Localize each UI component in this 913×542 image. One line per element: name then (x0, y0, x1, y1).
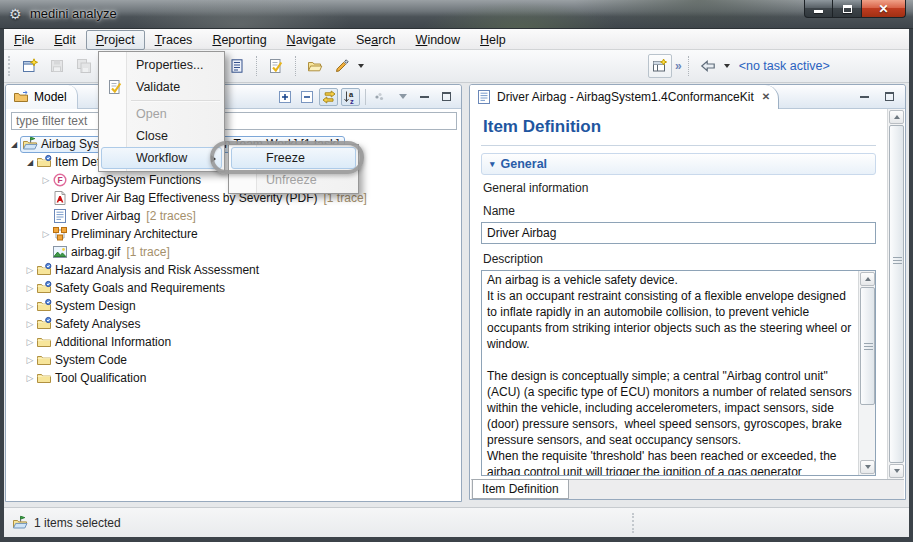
tree-item-hazard-analysis-and-risk-assessment[interactable]: ▷Hazard Analysis and Risk Assessment (6, 261, 461, 279)
menubar-item-reporting[interactable]: Reporting (202, 30, 276, 50)
menubar-item-traces[interactable]: Traces (145, 30, 203, 50)
menu-item-workflow[interactable]: Workflow (101, 147, 222, 169)
folder-decorated-icon (36, 316, 53, 332)
trace-count-badge: [1 trace] (126, 245, 169, 259)
menu-item-label: Validate (136, 80, 180, 94)
menu-item-open[interactable]: Open (101, 103, 222, 125)
toolbar-separator (295, 56, 296, 76)
titlebar: ⚙ medini analyze ✕ (0, 0, 913, 29)
tree-item-label: AirbagSystem Functions (69, 173, 203, 187)
tree-item-safety-goals-and-requirements[interactable]: ▷Safety Goals and Requirements (6, 279, 461, 297)
sort-alpha-icon[interactable]: az (341, 88, 360, 106)
view-menu-arrow-icon[interactable] (393, 88, 412, 106)
model-panel-header: Model az (6, 85, 461, 109)
scroll-up-icon[interactable] (860, 272, 875, 286)
tree-collapsed-arrow-icon[interactable]: ▷ (40, 175, 52, 185)
scrollbar-thumb[interactable] (860, 287, 875, 405)
menubar-item-window[interactable]: Window (406, 30, 470, 50)
link-with-editor-icon[interactable] (319, 88, 338, 106)
tree-item-airbag-gif[interactable]: airbag.gif[1 trace] (6, 243, 461, 261)
tree-collapsed-arrow-icon[interactable]: ▷ (40, 229, 52, 239)
save-all-icon-disabled[interactable] (72, 54, 96, 78)
menubar-item-edit[interactable]: Edit (44, 30, 86, 50)
tree-collapsed-arrow-icon[interactable]: ▷ (24, 265, 36, 275)
close-window-button[interactable]: ✕ (861, 0, 906, 18)
maximize-icon[interactable] (437, 88, 456, 106)
scrollbar-thumb[interactable] (889, 125, 904, 463)
svg-text:z: z (350, 96, 354, 105)
tree-collapsed-arrow-icon[interactable]: ▷ (24, 319, 36, 329)
menu-item-properties-[interactable]: Properties... (101, 54, 222, 76)
maximize-panel-button[interactable] (880, 88, 899, 106)
close-tab-icon[interactable]: ✕ (762, 91, 770, 102)
description-scrollbar[interactable] (858, 271, 875, 475)
scroll-up-icon[interactable] (889, 110, 904, 124)
app-window: ⚙ medini analyze ✕ FileEditProjectTraces… (0, 0, 913, 542)
tree-item-system-code[interactable]: ▷System Code (6, 351, 461, 369)
folder-icon (36, 370, 53, 386)
report-icon[interactable] (225, 54, 249, 78)
scroll-down-icon[interactable] (889, 464, 904, 478)
general-section-header[interactable]: ▾ General (481, 153, 876, 175)
tree-item-safety-analyses[interactable]: ▷Safety Analyses (6, 315, 461, 333)
editor-tab[interactable]: Driver Airbag - AirbagSystem1.4Conforman… (470, 85, 779, 109)
menubar-item-help[interactable]: Help (470, 30, 516, 50)
folder-icon (36, 352, 53, 368)
tree-collapsed-arrow-icon[interactable]: ▷ (24, 337, 36, 347)
project-icon (22, 136, 39, 152)
folder-decorated-icon (36, 262, 53, 278)
menubar-item-file[interactable]: File (4, 30, 44, 50)
validate-icon[interactable] (264, 54, 288, 78)
editor-scrollbar[interactable] (887, 109, 904, 479)
menu-item-validate[interactable]: Validate (101, 76, 222, 98)
active-task-label[interactable]: <no task active> (739, 59, 830, 73)
menubar-item-search[interactable]: Search (346, 30, 406, 50)
expand-all-icon[interactable] (275, 88, 294, 106)
back-arrow-icon[interactable] (696, 54, 720, 78)
tree-item-preliminary-architecture[interactable]: ▷Preliminary Architecture (6, 225, 461, 243)
tree-item-system-design[interactable]: ▷System Design (6, 297, 461, 315)
model-panel-toolbar: az (275, 88, 461, 106)
folder-icon (36, 334, 53, 350)
format-icon[interactable] (330, 54, 354, 78)
minimize-panel-button[interactable] (855, 88, 874, 106)
tree-item-label: Additional Information (53, 335, 173, 349)
name-input[interactable]: Driver Airbag (481, 222, 876, 244)
tree-collapsed-arrow-icon[interactable]: ▷ (24, 301, 36, 311)
dropdown-arrow-icon[interactable] (724, 64, 730, 68)
editor-page-tab-bar: Item Definition (471, 479, 904, 499)
collapse-all-icon[interactable] (297, 88, 316, 106)
tree-expanded-arrow-icon[interactable]: ◢ (24, 158, 36, 167)
dropdown-arrow-icon[interactable] (358, 64, 364, 68)
window-controls: ✕ (804, 0, 906, 18)
save-icon-disabled[interactable] (45, 54, 69, 78)
editor-tab-title: Driver Airbag - AirbagSystem1.4Conforman… (497, 90, 754, 104)
view-menu-dots-icon[interactable] (371, 88, 390, 106)
perspective-icon[interactable] (648, 54, 672, 78)
open-folder-icon[interactable] (303, 54, 327, 78)
tree-item-driver-airbag[interactable]: Driver Airbag[2 traces] (6, 207, 461, 225)
tree-collapsed-arrow-icon[interactable]: ▷ (24, 373, 36, 383)
menu-item-close[interactable]: Close (101, 125, 222, 147)
new-wizard-icon[interactable] (18, 54, 42, 78)
toolbar-overflow-chevron[interactable]: » (675, 59, 681, 73)
tree-collapsed-arrow-icon[interactable]: ▷ (24, 283, 36, 293)
minimize-icon[interactable] (415, 88, 434, 106)
filter-input[interactable] (11, 112, 457, 130)
tree-collapsed-arrow-icon[interactable]: ▷ (24, 355, 36, 365)
tree-item-tool-qualification[interactable]: ▷Tool Qualification (6, 369, 461, 387)
toolbar-group-tasks: »<no task active> (648, 54, 830, 78)
project-menu: Properties...ValidateOpenCloseWorkflow (98, 51, 225, 172)
model-tab[interactable]: Model (6, 85, 78, 109)
tree-expanded-arrow-icon[interactable]: ◢ (8, 140, 20, 149)
description-textarea[interactable]: An airbag is a vehicle safety device. It… (481, 270, 876, 476)
document-icon (52, 208, 69, 224)
maximize-window-button[interactable] (833, 0, 861, 18)
scroll-down-icon[interactable] (860, 460, 875, 474)
minimize-window-button[interactable] (804, 0, 833, 18)
folder-decorated-icon (36, 154, 53, 170)
menubar-item-navigate[interactable]: Navigate (277, 30, 346, 50)
menubar-item-project[interactable]: Project (86, 30, 145, 50)
tree-item-additional-information[interactable]: ▷Additional Information (6, 333, 461, 351)
page-tab-item-definition[interactable]: Item Definition (472, 479, 569, 499)
